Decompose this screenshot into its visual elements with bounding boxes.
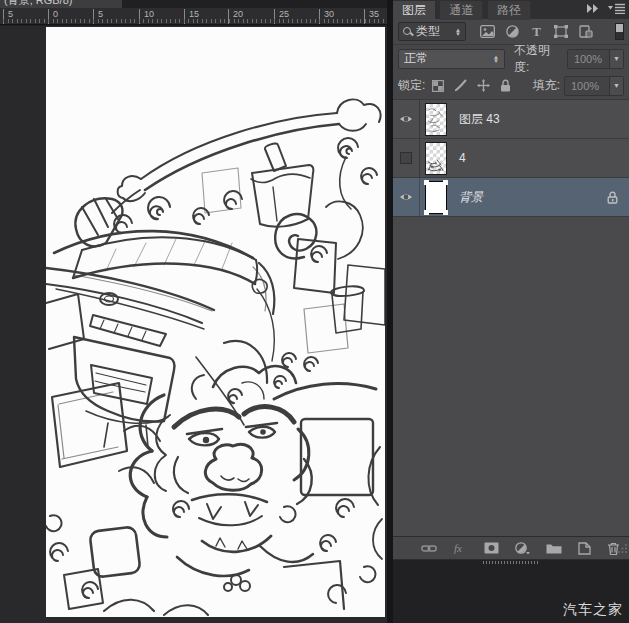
eye-hidden-box	[400, 152, 412, 164]
ruler-tick-label: 15	[189, 9, 199, 19]
ruler-tick-label: 10	[144, 9, 154, 19]
layer-name: 背景	[459, 189, 483, 206]
panel-tabbar: 图层 通道 路径	[393, 0, 629, 19]
visibility-toggle[interactable]	[393, 178, 420, 216]
type-filter-icon[interactable]: T	[530, 25, 543, 38]
shape-filter-icon[interactable]	[554, 25, 568, 38]
lock-transparency-icon[interactable]	[432, 80, 444, 92]
selection-corner	[424, 180, 429, 185]
layer-thumbnail[interactable]	[425, 142, 447, 175]
selection-corner	[424, 210, 429, 215]
lock-move-icon[interactable]	[477, 79, 490, 92]
tab-paths[interactable]: 路径	[488, 1, 530, 20]
selection-corner	[443, 180, 448, 185]
layer-list: 图层 43 4	[393, 100, 629, 536]
visibility-toggle[interactable]	[393, 139, 420, 177]
photoshop-window: (背景, RGB/8) 5 0 5 10 15 20 25 30 35	[0, 0, 629, 623]
blend-mode-value: 正常	[404, 50, 428, 67]
fill-value: 100%	[565, 80, 609, 92]
watermark: 汽车之家	[563, 601, 623, 619]
adjustment-filter-icon[interactable]	[506, 25, 519, 38]
ruler-tick-label: 5	[8, 9, 13, 19]
visibility-toggle[interactable]	[393, 100, 420, 138]
svg-text:fx: fx	[454, 542, 462, 554]
opacity-dropdown-icon[interactable]: ▼	[609, 50, 623, 68]
smart-object-filter-icon[interactable]	[579, 25, 593, 38]
opacity-label: 不透明度:	[514, 42, 563, 76]
document-area: (背景, RGB/8) 5 0 5 10 15 20 25 30 35	[0, 0, 387, 623]
filter-type-combo[interactable]: 类型 ▲▼	[398, 22, 466, 41]
layer-name: 图层 43	[459, 111, 500, 128]
collapse-panels-icon[interactable]	[586, 3, 600, 14]
panel-resize-grip[interactable]	[617, 540, 628, 558]
fill-label: 填充:	[533, 77, 560, 94]
selection-corner	[443, 210, 448, 215]
panel-menu-icon[interactable]	[608, 3, 625, 14]
tab-channels[interactable]: 通道	[440, 1, 482, 20]
panel-drag-handle[interactable]	[483, 561, 539, 564]
blend-row: 正常 ▲▼ 不透明度: 100% ▼	[393, 45, 629, 72]
tab-layers[interactable]: 图层	[393, 1, 435, 20]
layer-row[interactable]: 图层 43	[393, 100, 629, 139]
ruler-minor-ticks	[3, 19, 387, 23]
panel-footer: 汽车之家	[393, 560, 629, 623]
ruler-tick-label: 5	[98, 9, 103, 19]
new-group-button[interactable]	[546, 542, 562, 554]
combo-arrows-icon: ▲▼	[455, 28, 461, 36]
link-layers-button[interactable]	[421, 544, 437, 553]
layers-panel: 图层 通道 路径 类型 ▲▼ T	[393, 0, 629, 623]
opacity-field[interactable]: 100% ▼	[567, 49, 624, 69]
document-tab[interactable]: (背景, RGB/8)	[0, 0, 122, 8]
layer-name: 4	[459, 151, 466, 165]
opacity-value: 100%	[568, 53, 609, 65]
ruler-tick-label: 20	[233, 9, 243, 19]
layer-filter-row: 类型 ▲▼ T	[393, 19, 629, 45]
filter-toggle[interactable]	[615, 23, 624, 40]
lock-row: 锁定: 填充: 100% ▼	[393, 72, 629, 100]
layer-thumbnail[interactable]	[425, 103, 447, 136]
new-layer-button[interactable]	[578, 542, 591, 555]
lock-label: 锁定:	[398, 77, 425, 94]
ruler-tick-label: 25	[279, 9, 289, 19]
layer-style-button[interactable]: fx	[453, 542, 468, 554]
blend-mode-select[interactable]: 正常 ▲▼	[398, 49, 505, 69]
pixel-filter-icon[interactable]	[480, 25, 495, 38]
add-mask-button[interactable]	[484, 542, 499, 554]
add-adjustment-button[interactable]	[515, 542, 530, 555]
layer-row-selected[interactable]: 背景	[393, 178, 629, 217]
eye-icon	[399, 192, 413, 202]
lock-paint-icon[interactable]	[454, 79, 467, 92]
layer-row[interactable]: 4	[393, 139, 629, 178]
fill-dropdown-icon[interactable]: ▼	[609, 77, 623, 95]
ruler-tick-label: 35	[369, 9, 379, 19]
horizontal-ruler[interactable]: 5 0 5 10 15 20 25 30 35	[0, 8, 387, 25]
canvas-artwork	[46, 27, 385, 617]
canvas[interactable]	[46, 27, 385, 617]
eye-icon	[399, 114, 413, 124]
svg-text:T: T	[532, 25, 541, 38]
ruler-tick-label: 0	[53, 9, 58, 19]
fill-field[interactable]: 100% ▼	[564, 76, 624, 96]
combo-arrows-icon: ▲▼	[493, 55, 499, 63]
search-icon	[403, 27, 413, 37]
layer-lock-badge	[607, 191, 618, 204]
document-tab-label: (背景, RGB/8)	[0, 0, 122, 8]
layers-panel-toolbar: fx	[393, 536, 629, 560]
layer-thumbnail[interactable]	[425, 181, 447, 214]
lock-all-icon[interactable]	[500, 79, 511, 92]
ruler-tick-label: 30	[324, 9, 334, 19]
filter-type-label: 类型	[416, 23, 440, 40]
lock-icon	[607, 191, 618, 204]
pasteboard	[0, 26, 387, 623]
